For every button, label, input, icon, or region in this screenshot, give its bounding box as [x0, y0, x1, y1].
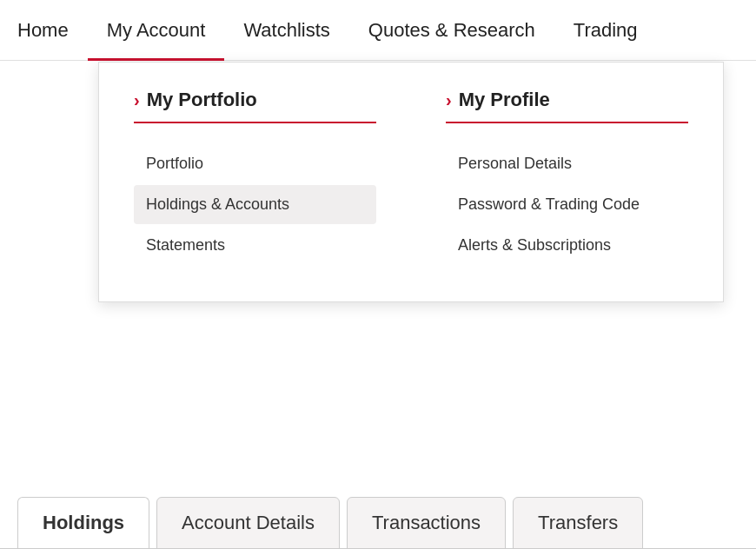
nav-trading[interactable]: Trading [554, 0, 657, 61]
nav-my-account[interactable]: My Account [88, 0, 225, 61]
menu-item-alerts-subscriptions[interactable]: Alerts & Subscriptions [446, 226, 688, 265]
tab-transactions[interactable]: Transactions [347, 497, 506, 549]
menu-item-holdings-accounts[interactable]: Holdings & Accounts [134, 185, 376, 224]
menu-item-portfolio[interactable]: Portfolio [134, 144, 376, 183]
nav-watchlists[interactable]: Watchlists [224, 0, 348, 61]
menu-item-personal-details[interactable]: Personal Details [446, 144, 688, 183]
profile-divider [446, 122, 688, 123]
tab-account-details[interactable]: Account Details [156, 497, 340, 549]
portfolio-heading-label: My Portfolio [147, 89, 257, 111]
tabs-container: Holdings Account Details Transactions Tr… [0, 480, 756, 549]
menu-item-statements[interactable]: Statements [134, 226, 376, 265]
profile-chevron-icon: › [446, 90, 452, 110]
profile-heading[interactable]: › My Profile [446, 89, 688, 111]
nav-home[interactable]: Home [17, 0, 88, 61]
dropdown-col-profile: › My Profile Personal Details Password &… [411, 89, 688, 267]
portfolio-divider [134, 122, 376, 123]
portfolio-chevron-icon: › [134, 90, 140, 110]
nav-quotes-research[interactable]: Quotes & Research [349, 0, 554, 61]
tab-holdings[interactable]: Holdings [17, 497, 149, 549]
dropdown-col-portfolio: › My Portfolio Portfolio Holdings & Acco… [134, 89, 411, 267]
top-nav: Home My Account Watchlists Quotes & Rese… [0, 0, 756, 61]
tab-transfers[interactable]: Transfers [513, 497, 643, 549]
menu-item-password-trading-code[interactable]: Password & Trading Code [446, 185, 688, 224]
profile-heading-label: My Profile [459, 89, 550, 111]
dropdown-menu: › My Portfolio Portfolio Holdings & Acco… [98, 62, 724, 302]
portfolio-heading[interactable]: › My Portfolio [134, 89, 376, 111]
